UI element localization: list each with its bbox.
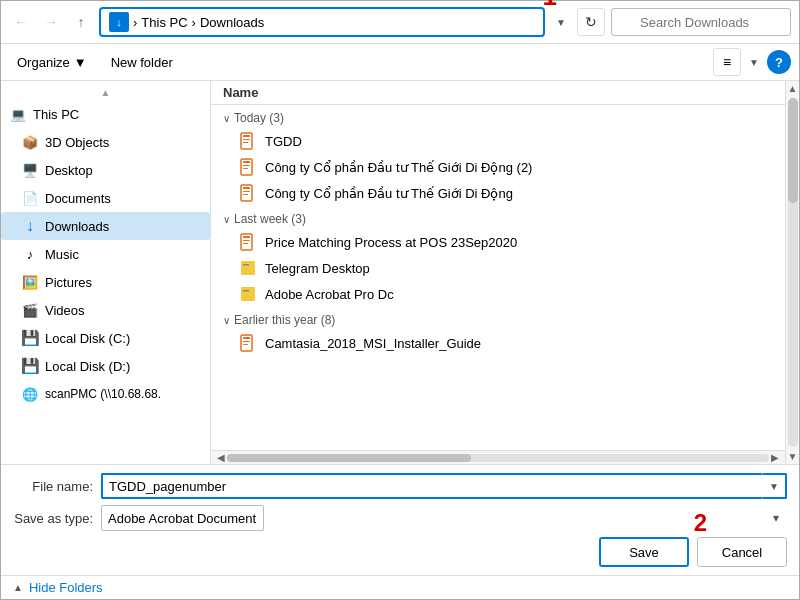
svg-rect-15 [243,243,248,244]
file-icon-cty2 [239,184,257,202]
file-row-tgdd[interactable]: TGDD [211,128,785,154]
svg-rect-21 [243,337,250,339]
v-scroll-up[interactable]: ▲ [788,81,798,96]
sidebar-label-this-pc: This PC [33,107,79,122]
view-dropdown-icon: ▼ [749,57,759,68]
sidebar-item-videos[interactable]: 🎬 Videos [1,296,210,324]
file-name-price: Price Matching Process at POS 23Sep2020 [265,235,517,250]
svg-rect-18 [241,287,255,301]
svg-rect-6 [243,165,250,166]
h-scroll-left-arrow[interactable]: ◀ [215,452,227,463]
savetype-select-wrapper: Adobe Acrobat Document [101,505,787,531]
new-folder-button[interactable]: New folder [103,52,181,73]
save-button-wrapper: Save 2 [599,537,689,567]
file-row-cty1[interactable]: Công ty Cổ phần Đầu tư Thế Giới Di Động … [211,154,785,180]
h-scroll-thumb[interactable] [227,454,471,462]
filename-label: File name: [13,479,93,494]
search-input[interactable] [611,8,791,36]
down-arrow-icon: ↓ [109,12,129,32]
organize-button[interactable]: Organize ▼ [9,52,95,73]
sidebar-item-this-pc[interactable]: 💻 This PC [1,100,210,128]
forward-button[interactable]: → [39,10,63,34]
sidebar-item-documents[interactable]: 📄 Documents [1,184,210,212]
view-icon: ≡ [723,54,731,70]
svg-rect-3 [243,142,248,143]
v-scroll-thumb[interactable] [788,98,798,203]
v-scroll-track [788,98,798,447]
view-button[interactable]: ≡ [713,48,741,76]
sidebar-item-scanpmc[interactable]: 🌐 scanPMC (\\10.68.68. [1,380,210,408]
sidebar-item-local-d[interactable]: 💾 Local Disk (D:) [1,352,210,380]
h-scroll-right-arrow[interactable]: ▶ [769,452,781,463]
address-path[interactable]: ↓ › This PC › Downloads 1 [99,7,545,37]
new-folder-label: New folder [111,55,173,70]
address-bar: ← → ↑ ↓ › This PC › Downloads 1 ▼ ↻ 🔍 [1,1,799,44]
help-button[interactable]: ? [767,50,791,74]
file-icon-price [239,233,257,251]
sidebar-item-downloads[interactable]: ↓ Downloads [1,212,210,240]
file-row-camtasia[interactable]: Camtasia_2018_MSI_Installer_Guide [211,330,785,356]
svg-rect-5 [243,161,250,163]
organize-dropdown-icon: ▼ [74,55,87,70]
svg-rect-23 [243,344,248,345]
badge-1: 1 [543,0,557,12]
sidebar-label-pictures: Pictures [45,275,92,290]
file-name-cty2: Công ty Cổ phần Đầu tư Thế Giới Di Động [265,186,513,201]
downloads-icon: ↓ [21,217,39,235]
filename-dropdown-button[interactable]: ▼ [763,473,787,499]
save-button[interactable]: Save [599,537,689,567]
sidebar-scroll-up: ▲ [1,85,210,100]
sidebar-item-desktop[interactable]: 🖥️ Desktop [1,156,210,184]
file-icon-tgdd [239,132,257,150]
svg-rect-19 [243,290,249,292]
file-list-column: Name ∨ Today (3) [211,81,785,464]
file-name-telegram: Telegram Desktop [265,261,370,276]
address-dropdown-button[interactable]: ▼ [551,10,571,34]
documents-icon: 📄 [21,189,39,207]
group-today[interactable]: ∨ Today (3) [211,105,785,128]
cancel-button[interactable]: Cancel [697,537,787,567]
svg-rect-7 [243,168,248,169]
file-row-cty2[interactable]: Công ty Cổ phần Đầu tư Thế Giới Di Động [211,180,785,206]
last-week-chevron: ∨ [223,214,230,225]
help-icon: ? [775,55,783,70]
file-row-telegram[interactable]: Telegram Desktop [211,255,785,281]
filename-input[interactable] [101,473,763,499]
sidebar-label-documents: Documents [45,191,111,206]
hide-folders-link[interactable]: Hide Folders [29,580,103,595]
refresh-button[interactable]: ↻ [577,8,605,36]
svg-rect-9 [243,187,250,189]
file-row-price[interactable]: Price Matching Process at POS 23Sep2020 [211,229,785,255]
sidebar-item-local-c[interactable]: 💾 Local Disk (C:) [1,324,210,352]
svg-rect-2 [243,139,250,140]
videos-icon: 🎬 [21,301,39,319]
file-list: Name ∨ Today (3) [211,81,785,450]
sidebar-label-local-d: Local Disk (D:) [45,359,130,374]
scanpmc-icon: 🌐 [21,385,39,403]
path-this-pc: This PC [141,15,187,30]
file-name-adobe: Adobe Acrobat Pro Dc [265,287,394,302]
sidebar-item-music[interactable]: ♪ Music [1,240,210,268]
file-list-header: Name [211,81,785,105]
savetype-select[interactable]: Adobe Acrobat Document [101,505,264,531]
bottom-form-area: File name: ▼ Save as type: Adobe Acrobat… [1,464,799,575]
v-scroll-down[interactable]: ▼ [788,449,798,464]
file-row-adobe[interactable]: Adobe Acrobat Pro Dc [211,281,785,307]
sidebar-label-desktop: Desktop [45,163,93,178]
svg-rect-22 [243,341,250,342]
earlier-label: Earlier this year (8) [234,313,335,327]
v-scrollbar-right: ▲ ▼ [785,81,799,464]
sidebar-label-music: Music [45,247,79,262]
desktop-icon: 🖥️ [21,161,39,179]
sidebar-label-downloads: Downloads [45,219,109,234]
up-button[interactable]: ↑ [69,10,93,34]
svg-rect-11 [243,194,248,195]
group-earlier[interactable]: ∨ Earlier this year (8) [211,307,785,330]
path-separator: › [133,15,137,30]
sidebar-item-3d-objects[interactable]: 📦 3D Objects [1,128,210,156]
group-last-week[interactable]: ∨ Last week (3) [211,206,785,229]
sidebar-label-3d-objects: 3D Objects [45,135,109,150]
sidebar-item-pictures[interactable]: 🖼️ Pictures [1,268,210,296]
column-name-header: Name [223,85,258,100]
back-button[interactable]: ← [9,10,33,34]
